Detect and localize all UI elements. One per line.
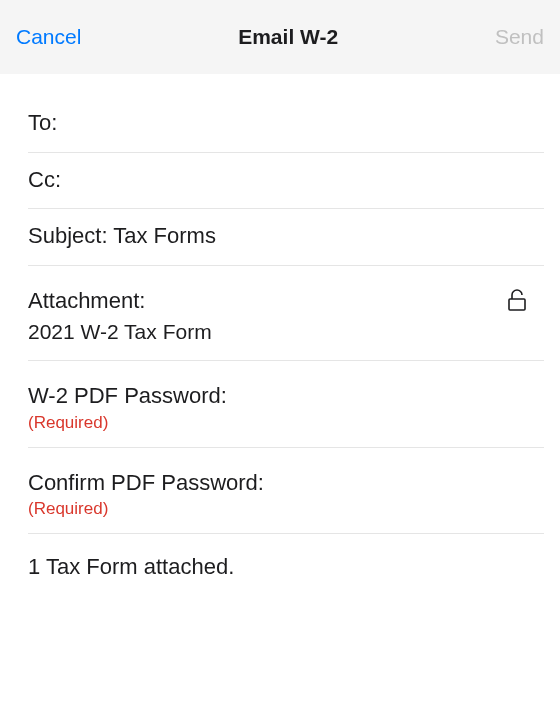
- password-required: (Required): [28, 413, 528, 433]
- attached-count-text: 1 Tax Form attached.: [28, 554, 528, 580]
- email-body[interactable]: 1 Tax Form attached.: [28, 534, 544, 594]
- cc-field[interactable]: Cc:: [28, 153, 544, 210]
- svg-rect-0: [509, 299, 525, 310]
- confirm-password-field[interactable]: Confirm PDF Password: (Required): [28, 448, 544, 535]
- confirm-password-required: (Required): [28, 499, 528, 519]
- to-field[interactable]: To:: [28, 74, 544, 153]
- subject-field[interactable]: Subject: Tax Forms: [28, 209, 544, 266]
- compose-header: Cancel Email W-2 Send: [0, 0, 560, 74]
- lock-icon: [506, 288, 528, 316]
- send-button[interactable]: Send: [495, 25, 544, 49]
- attachment-name: 2021 W-2 Tax Form: [28, 318, 212, 346]
- to-label: To:: [28, 108, 528, 138]
- attachment-field[interactable]: Attachment: 2021 W-2 Tax Form: [28, 266, 544, 361]
- subject-label: Subject: Tax Forms: [28, 221, 528, 251]
- header-title: Email W-2: [238, 25, 338, 49]
- password-label: W-2 PDF Password:: [28, 381, 528, 411]
- confirm-password-label: Confirm PDF Password:: [28, 468, 528, 498]
- attachment-label: Attachment:: [28, 286, 212, 316]
- password-field[interactable]: W-2 PDF Password: (Required): [28, 361, 544, 448]
- cc-label: Cc:: [28, 165, 528, 195]
- cancel-button[interactable]: Cancel: [16, 25, 81, 49]
